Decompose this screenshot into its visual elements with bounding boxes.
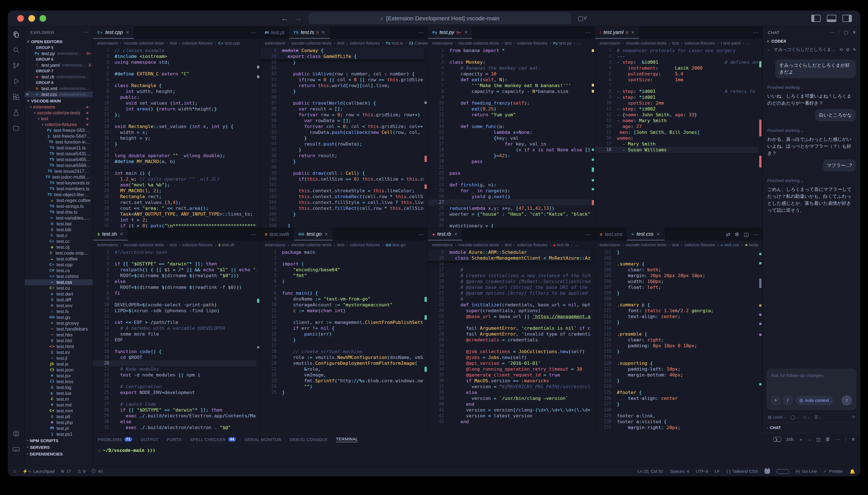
- file-row[interactable]: Φtest.php: [25, 420, 93, 425]
- open-editors-group[interactable]: GROUP 5: [25, 45, 93, 51]
- chat-environment-select[interactable]: ▤Local⌄: [768, 415, 786, 419]
- status-item[interactable]: Ln 25, Col 32: [638, 469, 663, 474]
- file-row[interactable]: TStest-issue11.ts: [25, 145, 93, 151]
- new-terminal-icon[interactable]: ＋: [798, 436, 803, 443]
- copilot-icon[interactable]: [764, 469, 770, 474]
- explorer-icon[interactable]: [12, 30, 20, 39]
- chat-more-icon[interactable]: ⋯: [830, 30, 835, 35]
- open-editors-group[interactable]: GROUP 6: [25, 56, 93, 62]
- panel-tab-serial-monitor[interactable]: SERIAL MONITOR: [244, 437, 281, 442]
- breadcrumb[interactable]: extensions›vscode-colorize-tests›test›co…: [260, 39, 428, 48]
- tab-test.css[interactable]: ≈test.css✕: [627, 228, 665, 240]
- file-row[interactable]: TStest-function-inv.ts: [25, 139, 93, 145]
- status-item[interactable]: ⊗17: [60, 469, 71, 474]
- code-editor[interactable]: 6module Azure::ARM::Scheduler10 class Sc…: [428, 249, 595, 433]
- file-row[interactable]: TStest-object-literals.ts: [25, 192, 93, 198]
- explorer-more-actions-icon[interactable]: ⋯: [84, 29, 89, 35]
- file-row[interactable]: Pytest-freeze-56377.py: [25, 127, 93, 133]
- notifications-bell-icon[interactable]: 🔔: [850, 469, 855, 474]
- forward-icon[interactable]: →: [295, 14, 302, 23]
- codex-section-header[interactable]: ∨ CODEX: [763, 38, 860, 44]
- panel-tab-spell-checker[interactable]: SPELL CHECKER 44: [190, 437, 236, 442]
- close-tab-icon[interactable]: ✕: [454, 232, 458, 237]
- panel-tab-ports[interactable]: PORTS: [167, 437, 181, 442]
- editor-action-icon[interactable]: ⋯: [753, 30, 758, 36]
- chat-send-button[interactable]: ↑: [841, 395, 852, 406]
- editor-action-icon[interactable]: ⋯: [251, 231, 256, 238]
- file-row[interactable]: ❯test.ps1: [25, 431, 93, 437]
- file-row[interactable]: ≈test-variables.css: [25, 215, 93, 221]
- close-tab-icon[interactable]: ✕: [321, 30, 325, 35]
- editor-action-icon[interactable]: ⋯: [251, 30, 256, 36]
- file-row[interactable]: ~test.hbs: [25, 332, 93, 338]
- breadcrumb[interactable]: extensions›vscode-colorize-tests›test›co…: [93, 240, 260, 249]
- file-row[interactable]: ◈test.dart: [25, 291, 93, 297]
- file-row[interactable]: ⊞test.bat: [25, 221, 93, 227]
- workspace-root-header[interactable]: ∨VSCODE-MAIN: [25, 97, 93, 104]
- file-row[interactable]: ✱test.jsx: [25, 373, 93, 379]
- file-row[interactable]: ◇test.fs: [25, 309, 93, 314]
- status-item[interactable]: ⓘ45: [91, 468, 103, 474]
- file-row[interactable]: ❯test-freeze-56476.ps1: [25, 133, 93, 139]
- code-editor[interactable]: 1#!/usr/bin/env bash23if [[ "$OSTYPE" ==…: [93, 249, 260, 433]
- editor-action-icon[interactable]: ⋯: [753, 231, 758, 238]
- maximize-window-icon[interactable]: [39, 15, 46, 22]
- sidebar-section-servers[interactable]: ›SERVERS: [25, 444, 93, 450]
- editor-action-icon[interactable]: ⇄: [726, 231, 730, 238]
- file-row[interactable]: TStest-issue5465.ts: [25, 157, 93, 163]
- terminal-shell-label[interactable]: zsh: [786, 437, 794, 442]
- status-item[interactable]: ⚡∿Launchpad: [22, 469, 54, 474]
- file-row[interactable]: TStest-strings.ts: [25, 203, 93, 209]
- close-tab-icon[interactable]: ✕: [464, 30, 468, 35]
- open-editors-group[interactable]: GROUP 8: [25, 80, 93, 86]
- file-row[interactable]: ◉test.clj: [25, 244, 93, 250]
- search-icon[interactable]: [12, 46, 20, 54]
- close-tab-icon[interactable]: ✕: [125, 30, 129, 35]
- chat-effort-select[interactable]: ☰⌄: [814, 415, 821, 419]
- back-icon[interactable]: ←: [281, 14, 288, 23]
- file-row[interactable]: C+test.mm: [25, 408, 93, 414]
- command-center-search[interactable]: ⌕ [Extension Development Host] vscode-ma…: [309, 13, 571, 24]
- file-row[interactable]: ▼test.md: [25, 402, 93, 408]
- close-tab-icon[interactable]: ✕: [656, 232, 660, 237]
- file-row[interactable]: ≣test.hlsl: [25, 338, 93, 344]
- tab-test.xml[interactable]: ≋test.xml: [595, 228, 627, 240]
- chat-thread-title[interactable]: すみっコぐらしだとしろくまが好...: [774, 47, 836, 53]
- file-row[interactable]: C#test.cs: [25, 268, 93, 274]
- copilot-status-pill[interactable]: [777, 469, 789, 474]
- file-row[interactable]: ☕test-regex.coffee: [25, 198, 93, 203]
- file-row[interactable]: ☕test.coffee: [25, 256, 93, 262]
- code-editor[interactable]: 1package main23import (4 "encoding/base6…: [260, 249, 428, 433]
- chat-close-icon[interactable]: ✕: [852, 30, 856, 35]
- file-row[interactable]: ≣test.bib: [25, 227, 93, 233]
- file-row[interactable]: TStest-jsdoc-multiline-ty...: [25, 174, 93, 180]
- file-row[interactable]: ≣test.code-snippets: [25, 250, 93, 256]
- sidebar-section-dependencies[interactable]: ›DEPENDENCIES: [25, 450, 93, 457]
- status-item[interactable]: UTF-8: [696, 469, 708, 474]
- file-row[interactable]: TStest-this.ts: [25, 209, 93, 215]
- chat-model-select[interactable]: ◯⌄: [791, 415, 799, 419]
- chat-history-icon[interactable]: ⟲: [839, 47, 843, 52]
- run-debug-icon[interactable]: [12, 77, 20, 85]
- chat-attach-icon[interactable]: +: [771, 396, 780, 405]
- chat-input[interactable]: Ask for follow-up changes + / ◎Auto cont…: [767, 369, 856, 410]
- split-terminal-icon[interactable]: ◫: [816, 437, 820, 442]
- file-row[interactable]: ∴test.jl: [25, 355, 93, 361]
- code-editor[interactable]: 101}102103.summary {104 clear: both;105 …: [595, 249, 762, 433]
- breadcrumb[interactable]: extensions›vscode-colorize-tests›test›co…: [93, 39, 260, 48]
- breadcrumb[interactable]: extensions›vscode-colorize-tests›test›co…: [595, 240, 762, 249]
- file-row[interactable]: C+test.cc: [25, 238, 93, 244]
- status-item[interactable]: ⚠9: [77, 469, 86, 474]
- chat-branch-select[interactable]: ◇⌄: [803, 415, 810, 419]
- code-editor[interactable]: 6module Conway {20 export class GameOfLi…: [260, 48, 428, 228]
- close-editor-icon[interactable]: ✕: [25, 91, 30, 97]
- file-row[interactable]: <>test.cshtml: [25, 274, 93, 279]
- chat-back-icon[interactable]: ←: [767, 47, 771, 52]
- tab-test.ts[interactable]: TStest.ts5✕: [289, 27, 330, 39]
- close-window-icon[interactable]: [17, 15, 24, 22]
- open-editor-item[interactable]: ≋test.xmlextensions/vscod...: [25, 86, 93, 91]
- close-tab-icon[interactable]: ✕: [324, 232, 328, 237]
- open-editors-group[interactable]: GROUP 7: [25, 68, 93, 74]
- file-row[interactable]: C+test.cu: [25, 285, 93, 291]
- accounts-icon[interactable]: [12, 429, 20, 438]
